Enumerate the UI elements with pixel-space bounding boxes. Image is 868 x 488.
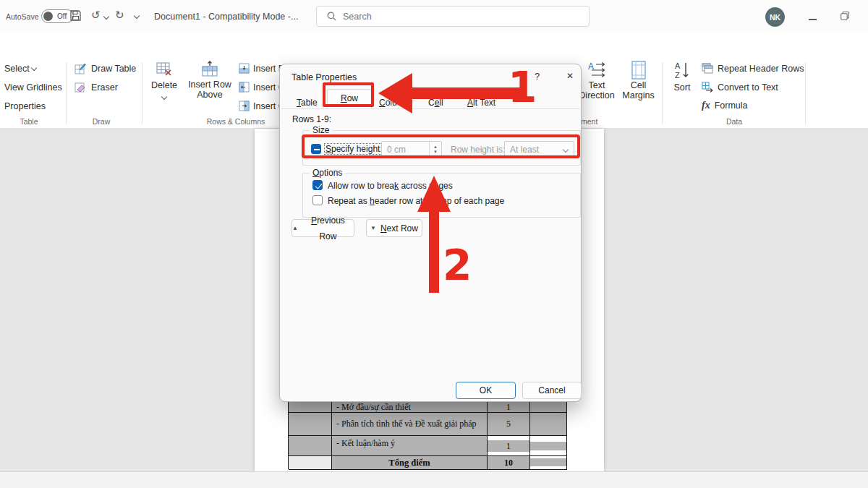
ok-button[interactable]: OK xyxy=(456,382,516,399)
status-bar: of 1 103 words English (United States) T… xyxy=(0,471,868,488)
restore-icon[interactable] xyxy=(841,12,849,20)
cancel-button[interactable]: Cancel xyxy=(522,382,582,399)
dialog-tab-column[interactable]: Colu xyxy=(379,98,397,108)
row-height-dropdown[interactable]: At least xyxy=(504,141,574,158)
insert-below-button[interactable]: Insert R xyxy=(239,63,285,74)
sort-button[interactable]: A Z Sort xyxy=(667,61,697,93)
search-box[interactable]: Search xyxy=(316,6,590,27)
convert-to-text-label: Convert to Text xyxy=(718,82,778,93)
autosave-toggle-state: Off xyxy=(57,12,67,20)
repeat-header-rows-label: Repeat Header Rows xyxy=(718,64,804,74)
insert-left-button[interactable]: Insert C xyxy=(239,82,285,93)
undo-dropdown-icon[interactable] xyxy=(103,14,109,20)
height-value: 0 cm xyxy=(387,145,406,155)
close-button[interactable]: ✕ xyxy=(566,71,574,81)
row-height-value: At least xyxy=(510,145,539,155)
delete-table-icon xyxy=(156,61,173,78)
convert-to-text-button[interactable]: Convert to Text xyxy=(702,82,778,93)
height-spinner[interactable]: 0 cm ▲ ▼ xyxy=(381,141,442,158)
text-direction-icon: A xyxy=(587,61,606,80)
sort-icon: A Z xyxy=(673,61,691,81)
dialog-tab-table[interactable]: Table xyxy=(297,98,318,108)
down-triangle-icon: ▼ xyxy=(370,226,376,231)
table-cell[interactable] xyxy=(530,436,567,456)
next-row-button[interactable]: ▼ Next Row xyxy=(366,219,422,237)
table-cell[interactable] xyxy=(289,456,332,470)
table-cell[interactable]: 10 xyxy=(488,456,530,470)
ribbon-tab-row: Home Insert Draw Design Layout Reference… xyxy=(0,32,868,58)
select-dropdown-icon xyxy=(31,65,37,71)
svg-text:A: A xyxy=(675,61,681,70)
document-title: Document1 - Compatibility Mode -... xyxy=(154,12,298,22)
group-label-draw: Draw xyxy=(80,117,123,126)
table-cell[interactable]: 5 xyxy=(488,413,530,436)
document-table[interactable]: - Mở đầu/sự cần thiết 1 - Phân tích tình… xyxy=(288,390,567,469)
eraser-icon xyxy=(75,82,86,93)
spin-down-icon[interactable]: ▼ xyxy=(433,150,438,155)
previous-row-button[interactable]: ▲ Previous Row xyxy=(292,219,354,237)
cell-margins-label1: Cell xyxy=(618,80,658,90)
repeat-header-checkbox[interactable] xyxy=(312,195,323,205)
group-divider xyxy=(66,62,67,124)
eraser-button[interactable]: Eraser xyxy=(75,82,118,93)
table-cell[interactable]: Tổng điểm xyxy=(332,456,488,470)
table-properties-dialog: Table Properties ? ✕ Table Row Colu Cell… xyxy=(279,64,582,402)
insert-row-above-label2: Above xyxy=(186,90,234,100)
avatar[interactable]: NK xyxy=(765,7,785,27)
repeat-header-rows-icon xyxy=(702,63,713,74)
group-label-alignment: ment xyxy=(581,117,597,126)
delete-dropdown-icon xyxy=(161,94,167,100)
formula-label: Formula xyxy=(715,100,748,111)
draw-table-button[interactable]: Draw Table xyxy=(75,63,136,74)
dialog-tab-alt-text[interactable]: Alt Text xyxy=(467,98,495,108)
up-triangle-icon: ▲ xyxy=(292,226,298,231)
view-gridlines-button[interactable]: View Gridlines xyxy=(4,82,62,93)
insert-right-button[interactable]: Insert C xyxy=(239,100,285,111)
redo-icon[interactable]: ↻ xyxy=(115,9,124,22)
allow-break-checkbox[interactable] xyxy=(312,180,323,190)
repeat-header-label[interactable]: Repeat as header row at the top of each … xyxy=(328,196,504,206)
specify-height-label[interactable]: Specify height: xyxy=(325,144,383,154)
insert-right-icon xyxy=(239,100,250,111)
table-cell[interactable]: - Kết luận/hàm ý xyxy=(332,436,488,456)
selected-band xyxy=(530,458,566,466)
table-cell[interactable]: - Phân tích tình thế và Đề xuất giải phá… xyxy=(332,413,488,436)
cell-margins-icon xyxy=(630,61,647,80)
search-icon xyxy=(327,12,336,21)
table-cell[interactable] xyxy=(289,436,332,456)
spin-up-icon[interactable]: ▲ xyxy=(433,145,438,150)
help-button[interactable]: ? xyxy=(535,71,540,82)
dialog-tab-row[interactable]: Row xyxy=(327,89,372,108)
repeat-header-rows-button[interactable]: Repeat Header Rows xyxy=(702,63,804,74)
specify-height-checkbox[interactable] xyxy=(311,144,321,154)
table-cell[interactable] xyxy=(289,413,332,436)
undo-icon[interactable]: ↺ xyxy=(91,9,101,22)
allow-break-label[interactable]: Allow row to break across pages xyxy=(328,181,453,191)
formula-button[interactable]: fx Formula xyxy=(702,100,748,111)
table-cell[interactable] xyxy=(530,456,567,470)
row-height-is-label: Row height is: xyxy=(451,145,505,155)
delete-button[interactable]: Delete xyxy=(147,61,182,103)
formula-icon: fx xyxy=(702,100,710,111)
group-divider xyxy=(662,62,663,124)
table-cell[interactable] xyxy=(530,413,567,436)
cell-margins-button[interactable]: Cell Margins xyxy=(618,61,658,100)
eraser-label: Eraser xyxy=(91,82,118,93)
customize-toolbar-icon[interactable] xyxy=(134,13,140,19)
rows-range-label: Rows 1-9: xyxy=(292,114,331,124)
draw-table-label: Draw Table xyxy=(91,64,136,74)
selected-band: 1 xyxy=(488,440,529,452)
properties-button[interactable]: Properties xyxy=(4,101,46,111)
dialog-tab-cell[interactable]: Cell xyxy=(428,98,443,108)
select-button[interactable]: Select xyxy=(4,64,36,74)
dialog-title: Table Properties xyxy=(292,72,357,82)
table-cell[interactable]: 1 xyxy=(488,436,530,456)
group-divider xyxy=(805,62,806,124)
cell-margins-label2: Margins xyxy=(618,90,658,100)
save-icon[interactable] xyxy=(69,9,82,22)
options-groupbox: Options xyxy=(302,173,581,218)
spinner-buttons[interactable]: ▲ ▼ xyxy=(429,142,441,157)
minimize-icon[interactable] xyxy=(809,19,817,20)
insert-row-above-button[interactable]: Insert Row Above xyxy=(186,61,234,100)
dropdown-chevron-icon xyxy=(563,147,569,153)
